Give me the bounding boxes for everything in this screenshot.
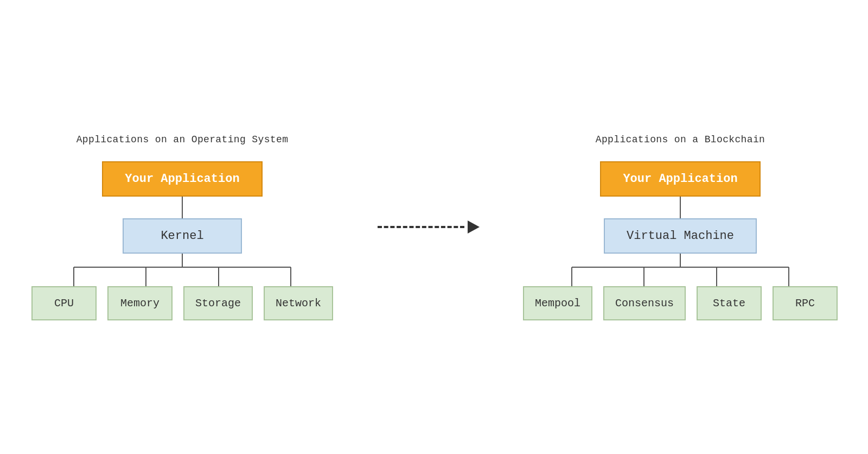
right-leaf-state: State bbox=[697, 286, 762, 320]
left-app-box: Your Application bbox=[102, 161, 262, 197]
arrow-section bbox=[378, 220, 480, 234]
right-leaf-mempool: Mempool bbox=[523, 286, 592, 320]
diagram-container: Applications on an Operating System Your… bbox=[54, 134, 814, 320]
right-leaf-consensus: Consensus bbox=[603, 286, 686, 320]
left-connector-top bbox=[182, 197, 183, 218]
left-leaf-storage: Storage bbox=[183, 286, 253, 320]
right-leaf-row: Mempool Consensus State RPC bbox=[523, 286, 838, 320]
left-diagram: Applications on an Operating System Your… bbox=[30, 134, 334, 320]
left-leaf-cpu: CPU bbox=[31, 286, 97, 320]
right-leaf-rpc: RPC bbox=[773, 286, 838, 320]
left-diagram-title: Applications on an Operating System bbox=[76, 134, 289, 145]
right-vm-box: Virtual Machine bbox=[604, 218, 757, 254]
left-tree-lines bbox=[30, 254, 334, 286]
left-leaf-network: Network bbox=[264, 286, 333, 320]
left-leaf-memory: Memory bbox=[107, 286, 173, 320]
dashed-line bbox=[378, 226, 464, 228]
right-tree-lines bbox=[528, 254, 832, 286]
right-diagram-title: Applications on a Blockchain bbox=[596, 134, 765, 145]
right-connector-top bbox=[680, 197, 681, 218]
arrow-head-icon bbox=[468, 220, 480, 234]
right-app-box: Your Application bbox=[600, 161, 760, 197]
left-kernel-box: Kernel bbox=[123, 218, 242, 254]
right-diagram: Applications on a Blockchain Your Applic… bbox=[523, 134, 838, 320]
dashed-arrow bbox=[378, 220, 480, 234]
left-leaf-row: CPU Memory Storage Network bbox=[31, 286, 333, 320]
